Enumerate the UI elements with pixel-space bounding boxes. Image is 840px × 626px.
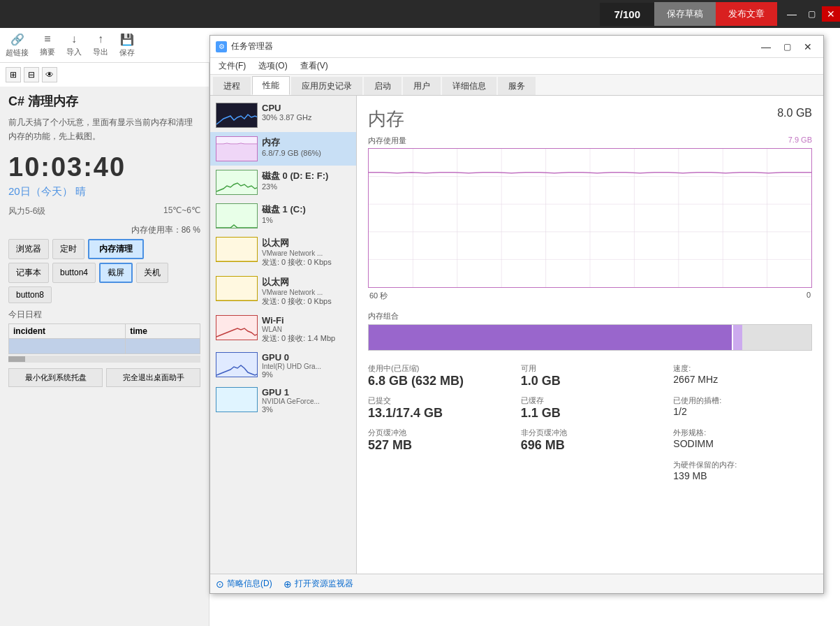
stat-form-factor: 外形规格: SODIMM <box>673 428 812 453</box>
date-display: 20日（今天） 晴 <box>8 185 200 198</box>
resource-item-eth0[interactable]: 以太网 VMware Network ... 发送: 0 接收: 0 Kbps <box>210 233 356 272</box>
resource-disk1-value: 1% <box>262 216 306 224</box>
page-indicator: 7/100 <box>600 3 654 26</box>
resource-detail-panel: 内存 8.0 GB 内存使用量 7.9 GB <box>357 96 823 574</box>
resource-cpu-name: CPU <box>262 103 312 113</box>
svg-rect-3 <box>216 204 258 228</box>
taskmanager-window: ⚙ 任务管理器 — ▢ ✕ 文件(F) 选项(O) 查看(V) 进程 性能 应用… <box>209 35 824 594</box>
minimize-to-tray-button[interactable]: 最小化到系统托盘 <box>8 368 103 387</box>
svg-marker-1 <box>216 143 258 161</box>
temp-label: 15℃~6℃ <box>163 205 200 217</box>
stat-nonpaged-pool: 非分页缓冲池 696 MB <box>521 428 660 453</box>
tab-startup[interactable]: 启动 <box>364 77 401 95</box>
close-button[interactable]: ✕ <box>822 6 840 22</box>
clock-display: 10:03:40 <box>8 152 200 182</box>
resource-disk1-name: 磁盘 1 (C:) <box>262 203 306 216</box>
resource-eth0-sub: VMware Network ... <box>262 249 332 257</box>
memory-graph-svg <box>369 149 811 287</box>
schedule-label: 今日日程 <box>8 309 200 321</box>
resource-gpu1-value: 3% <box>262 405 320 414</box>
publish-button[interactable]: 发布文章 <box>716 2 777 26</box>
taskmanager-close-button[interactable]: ✕ <box>798 40 818 54</box>
resource-item-gpu1[interactable]: GPU 1 NVIDIA GeForce... 3% <box>210 383 356 418</box>
statusbar-open-monitor[interactable]: ⊕ 打开资源监视器 <box>283 578 353 590</box>
resource-gpu1-name: GPU 1 <box>262 387 320 398</box>
taskmanager-max-button[interactable]: ▢ <box>777 40 797 54</box>
stat-committed: 已提交 13.1/17.4 GB <box>368 395 507 421</box>
notepad-button[interactable]: 记事本 <box>8 263 49 283</box>
resource-item-eth1[interactable]: 以太网 VMware Network ... 发送: 0 接收: 0 Kbps <box>210 272 356 311</box>
taskmanager-title-area: ⚙ 任务管理器 <box>216 41 273 52</box>
save-draft-button[interactable]: 保存草稿 <box>654 2 716 26</box>
resource-eth0-value: 发送: 0 接收: 0 Kbps <box>262 257 332 268</box>
sidebar-toggle-icon[interactable]: ⊞ <box>6 67 21 82</box>
blog-title: C# 清理内存 <box>8 93 200 110</box>
schedule-col-time: time <box>126 323 200 338</box>
wind-label: 风力5-6级 <box>8 205 45 217</box>
menu-view[interactable]: 查看(V) <box>295 59 334 73</box>
toolbar-save[interactable]: 💾 保存 <box>119 33 135 58</box>
mem-combo-bar <box>368 324 812 351</box>
max-button[interactable]: ▢ <box>802 6 820 22</box>
detail-title: 内存 <box>368 107 404 131</box>
taskmanager-title-text: 任务管理器 <box>231 41 273 52</box>
resource-wifi-sub: WLAN <box>262 326 335 333</box>
mem-clean-button[interactable]: 内存清理 <box>88 239 144 259</box>
stat-empty-2 <box>521 460 660 481</box>
tab-app-history[interactable]: 应用历史记录 <box>291 77 362 95</box>
tab-services[interactable]: 服务 <box>498 77 536 95</box>
taskmanager-min-button[interactable]: — <box>756 40 776 54</box>
schedule-section: 今日日程 incident time <box>8 309 200 363</box>
resource-item-disk0[interactable]: 磁盘 0 (D: E: F:) 23% <box>210 166 356 199</box>
sidebar-eye-icon[interactable]: 👁 <box>42 67 57 82</box>
exit-desktop-assistant-button[interactable]: 完全退出桌面助手 <box>106 368 200 387</box>
taskmanager-menubar: 文件(F) 选项(O) 查看(V) <box>210 58 823 75</box>
button8[interactable]: button8 <box>8 286 52 303</box>
tab-performance[interactable]: 性能 <box>252 76 290 95</box>
button4[interactable]: button4 <box>52 263 96 283</box>
resource-item-wifi[interactable]: Wi-Fi WLAN 发送: 0 接收: 1.4 Mbp <box>210 311 356 348</box>
graph-time-left: 60 秒 <box>369 291 388 301</box>
toolbar-link[interactable]: 🔗 超链接 <box>6 33 29 58</box>
resource-wifi-name: Wi-Fi <box>262 315 335 326</box>
graph-time-right: 0 <box>806 291 811 301</box>
resource-cpu-value: 30% 3.87 GHz <box>262 113 312 122</box>
toolbar-import[interactable]: ↓ 导入 <box>66 33 82 57</box>
resource-eth1-sub: VMware Network ... <box>262 289 332 296</box>
tab-users[interactable]: 用户 <box>403 77 441 95</box>
stat-available: 可用 1.0 GB <box>521 363 660 388</box>
mem-usage-label: 内存使用率：86 % <box>131 224 200 236</box>
schedule-col-incident: incident <box>9 323 126 338</box>
shutdown-button[interactable]: 关机 <box>136 263 168 283</box>
menu-options[interactable]: 选项(O) <box>253 59 293 73</box>
taskmanager-titlebar: ⚙ 任务管理器 — ▢ ✕ <box>210 36 823 58</box>
menu-file[interactable]: 文件(F) <box>213 59 251 73</box>
tab-process[interactable]: 进程 <box>213 77 251 95</box>
resource-gpu0-name: GPU 0 <box>262 352 321 363</box>
screenshot-button[interactable]: 截屏 <box>99 263 133 283</box>
detail-capacity: 8.0 GB <box>777 107 812 119</box>
sidebar-panel-icon[interactable]: ⊟ <box>24 67 39 82</box>
statusbar-summary[interactable]: ⊙ 简略信息(D) <box>216 578 272 590</box>
resource-item-gpu0[interactable]: GPU 0 Intel(R) UHD Gra... 9% <box>210 348 356 383</box>
resource-disk0-name: 磁盘 0 (D: E: F:) <box>262 170 328 182</box>
stat-speed: 速度: 2667 MHz <box>673 363 812 388</box>
stat-paged-pool: 分页缓冲池 527 MB <box>368 428 507 453</box>
resource-wifi-value: 发送: 0 接收: 1.4 Mbp <box>262 333 335 344</box>
tab-details[interactable]: 详细信息 <box>442 77 496 95</box>
resource-item-memory[interactable]: 内存 6.8/7.9 GB (86%) <box>210 132 356 166</box>
graph-max: 7.9 GB <box>788 136 812 146</box>
stat-hardware-reserved: 为硬件保留的内存: 139 MB <box>673 460 812 481</box>
taskmanager-window-controls: — ▢ ✕ <box>756 40 818 54</box>
min-button[interactable]: — <box>783 6 801 22</box>
toolbar-summary[interactable]: ≡ 摘要 <box>40 33 55 57</box>
svg-rect-6 <box>216 277 258 301</box>
resource-item-cpu[interactable]: CPU 30% 3.87 GHz <box>210 99 356 132</box>
resource-eth1-value: 发送: 0 接收: 0 Kbps <box>262 296 332 307</box>
resource-item-disk1[interactable]: 磁盘 1 (C:) 1% <box>210 199 356 233</box>
timer-button[interactable]: 定时 <box>52 239 84 259</box>
resource-memory-name: 内存 <box>262 136 321 149</box>
browser-button[interactable]: 浏览器 <box>8 239 49 259</box>
toolbar-export[interactable]: ↑ 导出 <box>93 33 108 57</box>
resource-gpu0-value: 9% <box>262 370 321 379</box>
